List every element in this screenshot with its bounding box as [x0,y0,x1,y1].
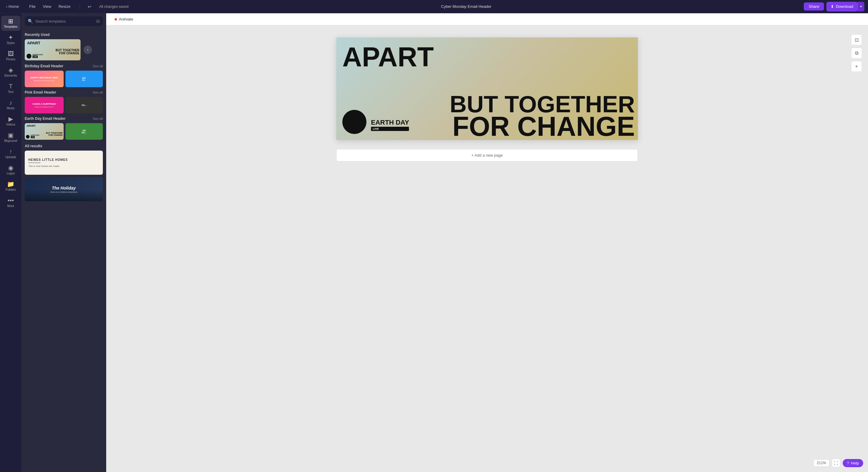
videos-label: Videos [6,123,15,126]
recently-used-title: Recently Used [25,33,103,37]
thumb-together-text: BUT TOGETHERFOR CHANGE [56,49,79,55]
birthday-templates-row: HAPPY BIRTHDAY, MIA! Wishing you more lo… [25,70,103,87]
canvas-circle [342,110,367,134]
birthday-template-1[interactable]: HAPPY BIRTHDAY, MIA! Wishing you more lo… [25,70,64,87]
help-label: Help [851,461,859,465]
share-button[interactable]: Share [804,2,824,10]
download-button[interactable]: ⬇ Download [826,2,858,11]
holiday-template-card[interactable]: The Holiday Once in a Lifetime Adventure [25,177,103,201]
topbar-actions: Share ⬇ Download ▾ [804,2,864,11]
sidebar-item-logos[interactable]: ◉ Logos [1,163,21,177]
holiday-sub: Once in a Lifetime Adventure [50,191,78,193]
earth-day-live-badge: LIVE [371,127,409,131]
add-action-button[interactable]: + [851,61,862,72]
uploads-icon: ↑ [9,148,12,154]
elements-label: Elements [4,74,17,77]
recently-used-row: APART BUT TOGETHERFOR CHANGE EARTH DAYLI… [25,39,103,60]
help-button[interactable]: ? Help [843,459,863,467]
homes-sub: This is how homes are made. [28,165,99,168]
homes-title: HEWES LITTLE HOMES [28,158,99,161]
chevron-left-icon: ‹ [6,4,7,9]
homes-divider [28,163,40,163]
search-input[interactable] [35,19,94,24]
sidebar-item-background[interactable]: ▣ Bkground [1,130,21,145]
canvas-scroll[interactable]: APART BUT TOGETHER FOR CHANGE EARTH DAY … [106,25,868,472]
undo-button[interactable]: ↩ [86,3,93,10]
pink-section-header: Pink Email Header See all [25,90,103,94]
birthday-see-all[interactable]: See all [93,64,103,68]
earth-day-section-header: Earth Day Email Header See all [25,117,103,121]
canvas-toolbar: Animate [106,13,868,25]
topbar-divider [80,4,80,10]
sidebar-item-uploads[interactable]: ↑ Uploads [1,146,21,161]
pink-second-content: OU... [82,104,87,106]
earth-day-text: EARTH DAY [371,119,409,126]
music-label: Music [7,107,14,110]
homes-template-card[interactable]: HEWES LITTLE HOMES This is how homes are… [25,151,103,175]
pink-template-2[interactable]: OU... [65,97,103,114]
text-icon: T [9,83,12,89]
recently-used-next[interactable]: › [84,46,92,54]
sidebar-item-more[interactable]: ••• More [1,195,21,210]
thumb-circle [27,54,31,59]
fullscreen-button[interactable]: ⛶ [832,459,840,467]
earth-day-template-2[interactable]: GRNO... [65,123,103,140]
download-dropdown[interactable]: ▾ [858,2,864,11]
canvas-content[interactable]: APART BUT TOGETHER FOR CHANGE EARTH DAY … [336,37,638,140]
canvas-text-change: FOR CHANGE [453,113,638,140]
animate-button[interactable]: Animate [111,16,137,23]
sidebar-item-music[interactable]: ♪ Music [1,97,21,112]
birthday-section-title: Birthday Email Header [25,64,63,68]
all-results-title: All results [25,144,103,148]
filter-icon[interactable]: ⊟ [96,19,100,24]
search-bar: 🔍 ⊟ [25,16,103,26]
thumb-apart-text: APART [27,41,40,45]
photos-label: Photos [6,58,16,61]
download-button-group: ⬇ Download ▾ [826,2,864,11]
pink-template-1[interactable]: I HAVE A SURPRISE! I hope you're going t… [25,97,64,114]
frame-action-button[interactable]: ⊡ [851,34,862,45]
birthday-template-2[interactable]: CELW... [65,70,103,87]
styles-icon: ✦ [8,34,13,40]
sidebar-item-styles[interactable]: ✦ Styles [1,32,21,47]
resize-menu[interactable]: Resize [56,3,73,10]
home-button[interactable]: ‹ Home [4,3,22,10]
sidebar-item-folders[interactable]: 📁 Folders [1,179,21,194]
earth-day-template-1[interactable]: APART BUT TOGETHERFOR CHANGE EARTH DAYLI… [25,123,64,140]
music-icon: ♪ [9,99,12,106]
sidebar-item-templates[interactable]: ⊞ Templates [1,16,21,31]
download-icon: ⬇ [831,4,834,9]
background-icon: ▣ [8,132,13,138]
save-status: All changes saved [99,4,128,9]
templates-icon: ⊞ [8,18,13,24]
styles-label: Styles [7,41,15,45]
sidebar-item-text[interactable]: T Text [1,81,21,96]
file-menu[interactable]: File [26,3,39,10]
pink-content: I HAVE A SURPRISE! I hope you're going t… [32,102,56,108]
recently-used-thumb[interactable]: APART BUT TOGETHERFOR CHANGE EARTH DAYLI… [25,39,81,60]
duplicate-action-button[interactable]: ⧉ [851,48,862,59]
canvas-text-apart: APART [342,43,434,70]
topbar: ‹ Home File View Resize ↩ All changes sa… [0,0,868,13]
templates-label: Templates [4,25,18,28]
sidebar-item-elements[interactable]: ◈ Elements [1,65,21,80]
bottom-bar: 211% ⛶ ? Help [813,459,863,467]
earth-apart-text: APART [27,124,36,127]
panel-scroll: Recently Used APART BUT TOGETHERFOR CHAN… [22,29,106,472]
search-icon: 🔍 [28,19,33,24]
sidebar-icons: ⊞ Templates ✦ Styles 🖼 Photos ◈ Elements… [0,13,22,472]
uploads-label: Uploads [5,155,16,159]
view-menu[interactable]: View [40,3,54,10]
templates-panel: 🔍 ⊟ Recently Used APART BUT TOGETHERFOR … [22,13,106,472]
sidebar-item-photos[interactable]: 🖼 Photos [1,48,21,63]
animate-dot-icon [115,18,117,21]
earth-day-see-all[interactable]: See all [93,117,103,120]
background-label: Bkground [4,139,17,143]
bday-content: HAPPY BIRTHDAY, MIA! Wishing you more lo… [30,76,58,82]
document-title: Cyber Monday Email Header [133,4,799,9]
main-layout: ⊞ Templates ✦ Styles 🖼 Photos ◈ Elements… [0,13,868,472]
sidebar-item-videos[interactable]: ▶ Videos [1,114,21,128]
add-page-button[interactable]: + Add a new page [336,149,638,161]
pink-see-all[interactable]: See all [93,91,103,94]
logos-icon: ◉ [8,165,13,171]
